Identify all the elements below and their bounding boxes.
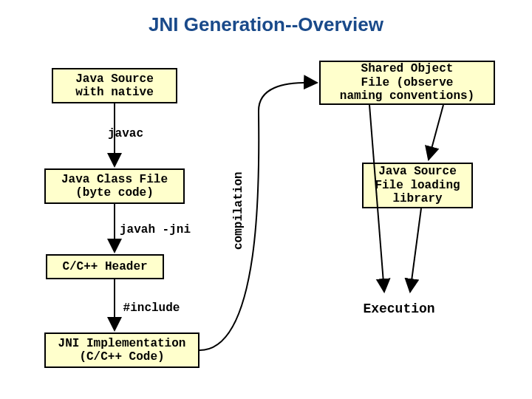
box-jni-impl: JNI Implementation(C/C++ Code) <box>44 332 200 368</box>
label-include: #include <box>111 301 192 315</box>
svg-line-5 <box>410 208 421 292</box>
box-shared-object: Shared ObjectFile (observenaming convent… <box>319 61 495 105</box>
label-javac: javac <box>96 127 155 140</box>
label-compilation: compilation <box>232 161 245 250</box>
label-javah: javah -jni <box>103 223 207 236</box>
page-title: JNI Generation--Overview <box>0 13 532 36</box>
svg-line-4 <box>429 105 443 160</box>
label-execution: Execution <box>355 301 443 316</box>
box-java-class-file: Java Class File(byte code) <box>44 168 185 204</box>
box-java-source-native: Java Sourcewith native <box>52 68 177 103</box>
box-header: C/C++ Header <box>46 254 164 279</box>
box-java-source-loading: Java SourceFile loadinglibrary <box>362 163 473 208</box>
